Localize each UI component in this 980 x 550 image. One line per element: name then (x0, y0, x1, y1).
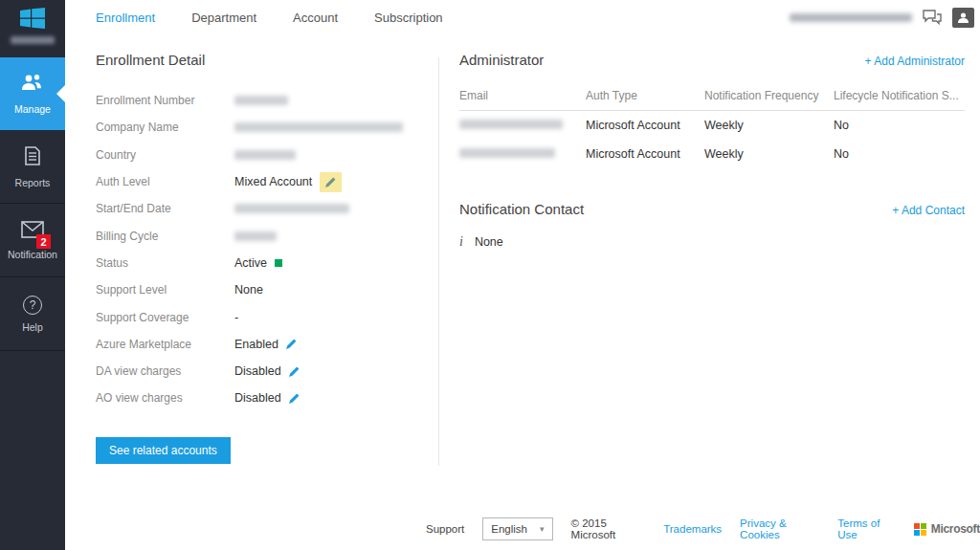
chevron-down-icon: ▾ (540, 524, 545, 534)
col-auth-type: Auth Type (586, 83, 704, 111)
field-support-level: Support Level None (96, 276, 426, 303)
col-lifecycle-notification: Lifecycle Notification S... (834, 83, 965, 111)
app-logo-block[interactable] (0, 0, 65, 57)
cell-frequency: Weekly (704, 111, 834, 141)
field-value-text: Disabled (234, 391, 281, 405)
edit-ao-view-charges-pencil-icon[interactable] (289, 393, 300, 404)
tab-account[interactable]: Account (293, 11, 338, 25)
field-ao-view-charges: AO view charges Disabled (96, 385, 426, 411)
cell-auth-type: Microsoft Account (586, 111, 704, 141)
field-label: DA view charges (96, 364, 234, 378)
user-avatar-button[interactable] (952, 8, 974, 28)
col-notification-frequency: Notification Frequency (704, 83, 834, 111)
notification-badge: 2 (36, 234, 51, 249)
field-value-text: Disabled (234, 364, 281, 378)
cell-lifecycle: No (834, 140, 965, 168)
enrollment-detail-title: Enrollment Detail (96, 52, 426, 68)
cell-auth-type: Microsoft Account (586, 140, 704, 168)
see-related-accounts-button[interactable]: See related accounts (96, 437, 231, 464)
field-value-text: - (234, 311, 238, 324)
redacted-value (234, 96, 288, 105)
field-value-text: Mixed Account (234, 175, 312, 188)
trademarks-link[interactable]: Trademarks (663, 523, 722, 535)
enrollment-detail-section: Enrollment Detail Enrollment Number Comp… (96, 52, 426, 464)
header-right (790, 8, 980, 28)
field-value-text: Active (234, 256, 267, 270)
sidebar-item-label: Reports (15, 177, 51, 188)
field-label: Support Coverage (96, 311, 234, 324)
field-billing-cycle: Billing Cycle (96, 222, 426, 249)
tab-department[interactable]: Department (191, 11, 256, 25)
empty-text: None (475, 235, 503, 249)
edit-auth-level-pencil-icon[interactable] (320, 172, 342, 192)
redacted-email (459, 148, 555, 158)
column-divider (438, 57, 439, 466)
sidebar-item-label: Notification (8, 249, 57, 260)
terms-of-use-link[interactable]: Terms of Use (837, 517, 895, 540)
microsoft-logo-text: Microsoft (931, 522, 980, 536)
redacted-value (234, 122, 403, 132)
redacted-value (234, 150, 296, 160)
administrator-title: Administrator (459, 52, 544, 68)
person-icon (957, 11, 969, 24)
field-company-name: Company Name (96, 114, 426, 141)
cell-lifecycle: No (834, 111, 965, 141)
enrollment-number-redacted (11, 36, 55, 44)
field-label: Status (96, 256, 234, 270)
tab-enrollment[interactable]: Enrollment (96, 11, 155, 25)
field-value-text: Enabled (234, 338, 278, 351)
field-label: Billing Cycle (96, 230, 234, 243)
people-icon (20, 74, 45, 97)
support-link[interactable]: Support (426, 523, 464, 535)
status-green-indicator (275, 259, 282, 267)
account-name-redacted (790, 13, 912, 22)
field-label: Enrollment Number (96, 94, 234, 107)
field-enrollment-number: Enrollment Number (96, 87, 426, 114)
microsoft-logo: Microsoft (914, 522, 980, 536)
language-selected-value: English (491, 523, 527, 535)
redacted-value (234, 231, 277, 241)
field-label: Support Level (96, 283, 234, 297)
info-icon: i (459, 234, 463, 250)
sidebar-item-manage[interactable]: Manage (0, 57, 65, 130)
administrator-table: Email Auth Type Notification Frequency L… (459, 83, 965, 168)
sidebar: Manage Reports 2 Notification ? Help (0, 0, 65, 550)
field-start-end-date: Start/End Date (96, 195, 426, 222)
notification-contact-title: Notification Contact (459, 201, 584, 217)
field-value-text: None (234, 283, 263, 297)
add-administrator-link[interactable]: + Add Administrator (865, 55, 965, 68)
windows-logo-icon (0, 8, 65, 29)
sidebar-item-notification[interactable]: 2 Notification (0, 204, 65, 277)
sidebar-item-reports[interactable]: Reports (0, 130, 65, 204)
field-label: Azure Marketplace (96, 338, 234, 351)
edit-azure-marketplace-pencil-icon[interactable] (286, 339, 297, 349)
copyright-text: © 2015 Microsoft (571, 517, 646, 540)
sidebar-item-help[interactable]: ? Help (0, 277, 65, 351)
field-da-view-charges: DA view charges Disabled (96, 358, 426, 385)
enrollment-field-list: Enrollment Number Company Name Country A… (96, 87, 426, 412)
field-label: Start/End Date (96, 202, 234, 215)
report-document-icon (23, 145, 42, 170)
privacy-cookies-link[interactable]: Privacy & Cookies (740, 517, 819, 540)
field-label: Country (96, 148, 234, 162)
microsoft-squares-icon (914, 523, 926, 536)
field-status: Status Active (96, 250, 426, 276)
tab-subscription[interactable]: Subscription (374, 11, 443, 25)
sidebar-item-label: Help (22, 321, 43, 333)
add-contact-link[interactable]: + Add Contact (892, 204, 965, 217)
field-label: AO view charges (96, 391, 234, 405)
language-select[interactable]: English ▾ (482, 517, 552, 540)
field-label: Auth Level (96, 175, 234, 188)
help-question-icon: ? (23, 296, 42, 315)
field-label: Company Name (96, 121, 234, 134)
field-country: Country (96, 142, 426, 168)
admin-table-row[interactable]: Microsoft Account Weekly No (459, 140, 965, 168)
feedback-chat-icon[interactable] (922, 9, 943, 26)
admin-table-row[interactable]: Microsoft Account Weekly No (459, 111, 965, 141)
admin-table-header-row: Email Auth Type Notification Frequency L… (459, 83, 965, 111)
notification-contact-section: Notification Contact + Add Contact i Non… (459, 201, 965, 250)
edit-da-view-charges-pencil-icon[interactable] (289, 366, 300, 377)
right-column: Administrator + Add Administrator Email … (459, 52, 965, 250)
sidebar-item-label: Manage (14, 103, 51, 115)
redacted-value (234, 204, 349, 213)
